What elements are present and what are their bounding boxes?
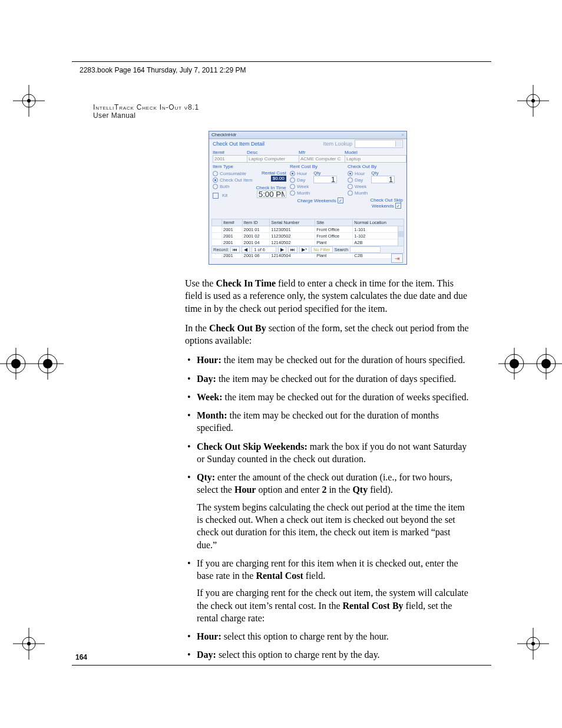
nav-nofilter[interactable]: No Filter: [311, 246, 332, 253]
rental-cost-value[interactable]: $0.00: [271, 176, 286, 182]
check-out-by-title: Check Out By: [348, 164, 403, 169]
running-head-title: IntelliTrack Check In-Out v8.1: [93, 103, 199, 111]
form-title: Check Out Item Detail: [213, 141, 265, 147]
registration-mark-icon: [530, 348, 562, 380]
rcb-day[interactable]: Day: [290, 177, 310, 183]
nav-position: 1 of 6: [252, 246, 276, 253]
rental-cost-label: Rental Cost: [256, 170, 286, 176]
radio-consumable[interactable]: Consumable: [213, 170, 253, 177]
table-row[interactable]: 20012001 0111230501Front Office1-101: [212, 226, 404, 233]
table-row[interactable]: 20012001 0412140502PlantA2B: [212, 239, 404, 246]
registration-mark-icon: [517, 85, 549, 117]
check-in-time-field[interactable]: [257, 190, 286, 198]
item-lookup-combo[interactable]: [355, 140, 403, 148]
col-item-id[interactable]: Item ID: [242, 219, 270, 226]
rcb-hour[interactable]: Hour: [290, 170, 310, 177]
registration-mark-icon: [32, 348, 64, 380]
model-label: Model: [345, 150, 403, 155]
row-selector-col: [212, 219, 222, 226]
rcb-qty-field[interactable]: [313, 176, 337, 183]
nav-first-button[interactable]: ⏮: [230, 246, 240, 253]
item-type-title: Item Type: [213, 164, 287, 169]
model-field[interactable]: [345, 155, 406, 163]
registration-mark-icon: [13, 85, 45, 117]
desc-field[interactable]: [247, 155, 300, 163]
col-item[interactable]: Item#: [222, 219, 243, 226]
running-head: IntelliTrack Check In-Out v8.1 User Manu…: [93, 103, 199, 120]
skip-weekends-checkbox[interactable]: Check Out Skip Weekends: [348, 197, 403, 209]
col-loc[interactable]: Normal Location: [353, 219, 404, 226]
framemaker-header: 2283.book Page 164 Thursday, July 7, 201…: [80, 66, 246, 74]
window-titlebar: CheckInHdr ×: [209, 131, 406, 139]
page-number: 164: [75, 653, 87, 661]
registration-mark-icon: [0, 348, 32, 380]
nav-prev-button[interactable]: ◀: [242, 246, 250, 253]
mfr-label: Mfr: [299, 150, 342, 155]
rent-cost-by-title: Rent Cost By: [290, 164, 345, 169]
body-text: Use the Check In Time field to enter a c…: [185, 277, 471, 667]
record-nav: Record: ⏮ ◀ 1 of 6 ▶ ⏭ ▶* No Filter Sear…: [211, 246, 404, 253]
cob-day[interactable]: Day: [348, 177, 368, 183]
nav-last-button[interactable]: ⏭: [288, 246, 297, 253]
item-no-field[interactable]: [213, 155, 248, 163]
footer-rule: [72, 665, 491, 666]
svg-point-3: [27, 99, 31, 103]
rcb-week[interactable]: Week: [290, 183, 310, 190]
item-no-label: Item#: [213, 150, 244, 155]
nav-next-button[interactable]: ▶: [278, 246, 286, 253]
rcb-month[interactable]: Month: [290, 190, 310, 196]
registration-mark-icon: [13, 628, 45, 660]
kit-checkbox[interactable]: Kit: [213, 192, 253, 199]
cob-hour[interactable]: Hour: [348, 170, 368, 177]
col-site[interactable]: Site: [315, 219, 353, 226]
item-lookup-label: Item Lookup: [323, 141, 352, 147]
check-in-time-label: Check In Time: [256, 185, 286, 190]
nav-search-input[interactable]: [350, 246, 381, 253]
registration-mark-icon: [517, 628, 549, 660]
table-row[interactable]: 20012001 0211230502Front Office1-102: [212, 233, 404, 239]
radio-check-out-item[interactable]: Check Out Item: [213, 177, 253, 183]
col-serial[interactable]: Serial Number: [270, 219, 315, 226]
cob-week[interactable]: Week: [348, 183, 368, 190]
close-icon[interactable]: ×: [401, 131, 404, 139]
nav-new-button[interactable]: ▶*: [299, 246, 309, 253]
running-head-sub: User Manual: [93, 111, 135, 120]
nav-search-label: Search: [335, 247, 349, 252]
rcb-qty-label: Qty: [313, 170, 337, 176]
svg-point-15: [531, 642, 535, 645]
svg-point-11: [27, 642, 31, 645]
charge-weekends-checkbox[interactable]: Charge Weekends: [290, 197, 345, 203]
radio-both[interactable]: Both: [213, 183, 253, 190]
mfr-field[interactable]: [299, 155, 346, 163]
cob-month[interactable]: Month: [348, 190, 368, 196]
cob-qty-field[interactable]: [371, 176, 395, 183]
svg-point-7: [531, 99, 535, 103]
screenshot-checkout-form: CheckInHdr × Check Out Item Detail Item …: [209, 131, 407, 265]
exit-button[interactable]: ⇥: [391, 253, 403, 263]
desc-label: Desc: [247, 150, 296, 155]
header-rule: [72, 61, 491, 62]
cob-qty-label: Qty: [371, 170, 395, 176]
window-title: CheckInHdr: [211, 132, 236, 137]
registration-mark-icon: [498, 348, 530, 380]
exit-icon: ⇥: [395, 255, 399, 262]
